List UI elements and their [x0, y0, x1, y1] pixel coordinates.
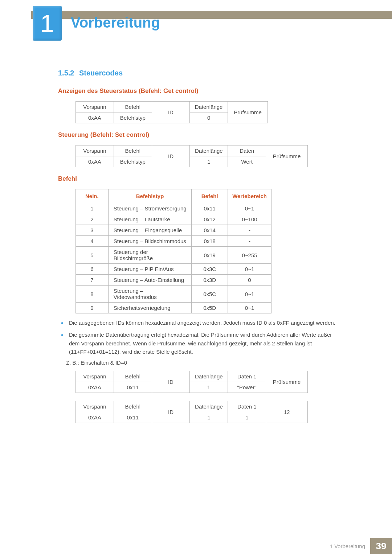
cell: 1: [190, 382, 228, 393]
cell: 0: [190, 112, 228, 123]
cell: 0xAA: [76, 412, 114, 423]
cell: 1: [76, 203, 109, 214]
cell: 0x11: [114, 382, 152, 393]
table-example-1: Vorspann Befehl ID Datenlänge Daten 1 Pr…: [75, 371, 308, 393]
cell: Wert: [228, 156, 266, 167]
col-header: Wertebereich: [228, 189, 271, 203]
cell: Vorspann: [76, 102, 114, 112]
cell: ID: [152, 102, 189, 123]
table-row: 6Steuerung – PIP Ein/Aus0x3C0~1: [76, 264, 271, 275]
cell: Daten: [228, 145, 266, 156]
table-row: 1Steuerung – Stromversorgung0x110~1: [76, 203, 271, 214]
cell: Prüfsumme: [266, 371, 308, 393]
cell: Steuerung der Bildschirmgröße: [108, 247, 192, 264]
cell: Daten 1: [228, 401, 266, 412]
cell: Steuerung – Bildschirmmodus: [108, 236, 192, 247]
cell: 3: [76, 225, 109, 236]
col-header: Befehlstyp: [108, 189, 192, 203]
cell: Prüfsumme: [228, 102, 268, 123]
cell: Befehl: [114, 102, 152, 112]
cell: 0~255: [228, 247, 271, 264]
cell: Datenlänge: [190, 102, 228, 112]
subheading-set-control: Steuerung (Befehl: Set control): [58, 131, 341, 139]
cell: 8: [76, 286, 109, 303]
note-item: Die ausgegebenen IDs können hexadezimal …: [58, 319, 341, 327]
page-title: Vorbereitung: [71, 15, 160, 31]
table-set-control: Vorspann Befehl ID Datenlänge Daten Prüf…: [75, 145, 308, 167]
table-row: 7Steuerung – Auto-Einstellung0x3D0: [76, 275, 271, 286]
page-content: 1.5.2Steuercodes Anzeigen des Steuerstat…: [58, 69, 341, 426]
cell: Befehlstyp: [114, 112, 152, 123]
page-footer: 1 Vorbereitung 39: [0, 538, 392, 554]
cell: 12: [266, 401, 308, 423]
cell: -: [228, 236, 271, 247]
table-row: Vorspann Befehl ID Datenlänge Daten 1 12: [76, 401, 308, 412]
cell: Steuerung – Auto-Einstellung: [108, 275, 192, 286]
cell: 0xAA: [76, 112, 114, 123]
section-number: 1.5.2: [58, 69, 79, 77]
note-item: Die gesammte Datenübertragung erfolgt he…: [58, 331, 341, 356]
cell: 0x18: [192, 236, 228, 247]
cell: Datenlänge: [190, 371, 228, 382]
cell: 0~100: [228, 214, 271, 225]
cell: Vorspann: [76, 145, 114, 156]
cell: 0x5C: [192, 286, 228, 303]
cell: Sicherheitsverriegelung: [108, 303, 192, 313]
cell: 2: [76, 214, 109, 225]
cell: 1: [190, 156, 228, 167]
table-row: Vorspann Befehl ID Datenlänge Prüfsumme: [76, 102, 268, 112]
subheading-get-control: Anzeigen des Steuerstatus (Befehl: Get c…: [58, 87, 341, 95]
cell: Steuerung – PIP Ein/Aus: [108, 264, 192, 275]
table-commands: Nein. Befehlstyp Befehl Wertebereich 1St…: [75, 189, 271, 313]
cell: 0x3D: [192, 275, 228, 286]
table-row: 3Steuerung – Eingangsquelle0x14-: [76, 225, 271, 236]
table-get-control: Vorspann Befehl ID Datenlänge Prüfsumme …: [75, 101, 268, 123]
table-row: 9Sicherheitsverriegelung0x5D0~1: [76, 303, 271, 313]
cell: Steuerung – Eingangsquelle: [108, 225, 192, 236]
cell: 5: [76, 247, 109, 264]
cell: 0x3C: [192, 264, 228, 275]
cell: 0x11: [114, 412, 152, 423]
cell: 0: [228, 275, 271, 286]
cell: 0x12: [192, 214, 228, 225]
cell: 4: [76, 236, 109, 247]
footer-page-number: 39: [370, 538, 392, 554]
table-row: Vorspann Befehl ID Datenlänge Daten Prüf…: [76, 145, 308, 156]
cell: Steuerung – Videowandmodus: [108, 286, 192, 303]
cell: 1: [228, 412, 266, 423]
notes-list: Die ausgegebenen IDs können hexadezimal …: [58, 319, 341, 356]
cell: Datenlänge: [190, 401, 228, 412]
cell: 0~1: [228, 264, 271, 275]
cell: 0x14: [192, 225, 228, 236]
cell: 0x5D: [192, 303, 228, 313]
cell: 9: [76, 303, 109, 313]
col-header: Befehl: [192, 189, 228, 203]
cell: Befehlstyp: [114, 156, 152, 167]
cell: ID: [152, 401, 190, 423]
table-row: 5Steuerung der Bildschirmgröße0x190~255: [76, 247, 271, 264]
cell: Vorspann: [76, 371, 114, 382]
cell: 0~1: [228, 303, 271, 313]
cell: 0xAA: [76, 382, 114, 393]
chapter-number-badge: 1: [33, 6, 62, 41]
cell: Vorspann: [76, 401, 114, 412]
table-row: 2Steuerung – Lautstärke0x120~100: [76, 214, 271, 225]
cell: 6: [76, 264, 109, 275]
table-row: Vorspann Befehl ID Datenlänge Daten 1 Pr…: [76, 371, 308, 382]
cell: Befehl: [114, 401, 152, 412]
subheading-befehl: Befehl: [58, 175, 341, 182]
cell: 0~1: [228, 286, 271, 303]
section-title: Steuercodes: [79, 69, 123, 77]
cell: Steuerung – Lautstärke: [108, 214, 192, 225]
section-heading: 1.5.2Steuercodes: [58, 69, 341, 77]
table-example-2: Vorspann Befehl ID Datenlänge Daten 1 12…: [75, 401, 308, 423]
footer-chapter-label: 1 Vorbereitung: [330, 538, 370, 554]
cell: Daten 1: [228, 371, 266, 382]
cell: "Power": [228, 382, 266, 393]
cell: 0xAA: [76, 156, 114, 167]
cell: Befehl: [114, 371, 152, 382]
cell: ID: [152, 145, 190, 167]
table-header-row: Nein. Befehlstyp Befehl Wertebereich: [76, 189, 271, 203]
cell: 1: [190, 412, 228, 423]
cell: Steuerung – Stromversorgung: [108, 203, 192, 214]
